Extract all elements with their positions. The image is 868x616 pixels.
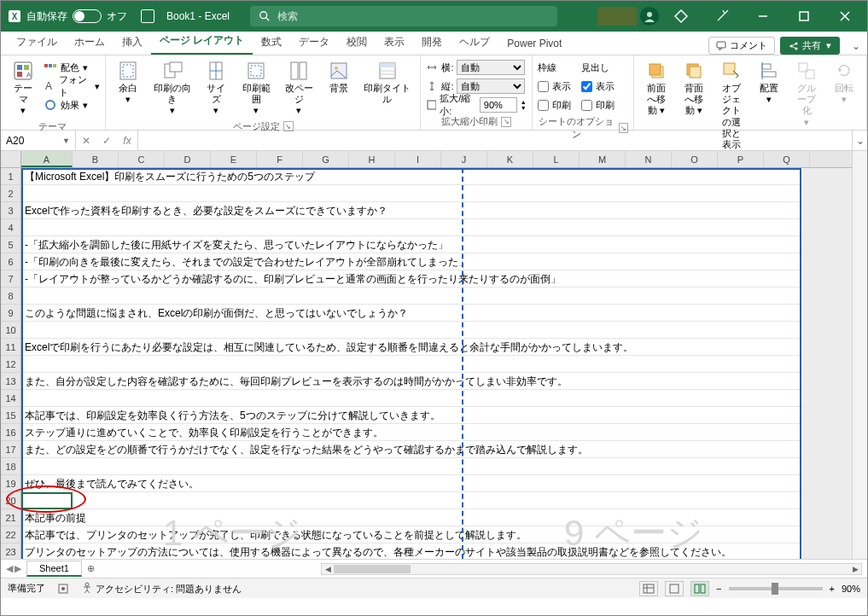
print-titles-button[interactable]: 印刷タイトル [359, 59, 415, 119]
cell-a17[interactable]: また、どの設定をどの順番で行うかだけでなく、設定を行なった結果をどうやって確認す… [21, 441, 852, 458]
col-header-O[interactable]: O [672, 151, 718, 167]
cell-a2[interactable] [21, 185, 852, 202]
fx-button[interactable]: fx [117, 131, 137, 150]
col-header-L[interactable]: L [533, 151, 580, 167]
zoom-out-button[interactable]: − [716, 584, 721, 594]
bring-forward-button[interactable]: 前面へ移動 ▾ [639, 59, 673, 152]
tab-view[interactable]: 表示 [376, 30, 413, 55]
col-header-N[interactable]: N [626, 151, 672, 167]
row-header-12[interactable]: 12 [1, 356, 21, 373]
row-header-6[interactable]: 6 [1, 253, 21, 270]
cell-a6[interactable]: -「印刷の向きを最後に変えたら、それまでの設定で合わせたレイアウトが全部崩れてし… [21, 253, 852, 270]
cell-a9[interactable]: このような問題に悩まされ、Excelの印刷が面倒だ、と思ってはいないでしょうか？ [21, 305, 852, 322]
tab-developer[interactable]: 開発 [413, 30, 451, 55]
cell-a13[interactable]: また、自分が設定した内容を確認するために、毎回印刷プレビューを表示するのは時間が… [21, 373, 852, 390]
sheet-options-dialog[interactable]: ↘ [619, 123, 628, 133]
horizontal-scrollbar[interactable]: ◀▶ [321, 563, 862, 575]
col-header-J[interactable]: J [441, 151, 487, 167]
tab-file[interactable]: ファイル [8, 30, 66, 55]
cancel-formula[interactable]: ✕ [76, 131, 96, 150]
cell-a18[interactable] [21, 458, 852, 475]
headings-view-check[interactable] [581, 81, 592, 92]
add-sheet-button[interactable]: ⊕ [82, 563, 101, 574]
tab-insert[interactable]: 挿入 [114, 30, 151, 55]
row-header-14[interactable]: 14 [1, 390, 21, 407]
cell-a7[interactable]: -「レイアウトが整っているかどうか確認するのに、印刷プレビューと通常の画面とを行… [21, 270, 852, 288]
fonts-button[interactable]: Aフォント ▾ [44, 78, 100, 95]
sheet-nav-prev[interactable]: ◀ [6, 563, 13, 574]
diamond-icon[interactable] [662, 4, 700, 28]
minimize-button[interactable] [744, 4, 782, 28]
row-header-18[interactable]: 18 [1, 458, 21, 475]
row-header-10[interactable]: 10 [1, 322, 21, 339]
row-header-17[interactable]: 17 [1, 441, 21, 458]
row-header-23[interactable]: 23 [1, 543, 21, 559]
cell-a23[interactable]: プリンタのセットアップの方法については、使用する機器によって異なるので、各種メー… [21, 543, 852, 559]
formula-expand[interactable]: ⌄ [852, 131, 867, 150]
cell-a15[interactable]: 本記事では、印刷設定を効率良く行う方法を、5つのステップに分けて解説していきます… [21, 407, 852, 424]
margins-button[interactable]: 余白▾ [111, 59, 145, 119]
cell-a3[interactable]: Excelで作った資料を印刷するとき、必要な設定をスムーズにできていますか？ [21, 202, 852, 219]
ribbon-collapse[interactable]: ⌄ [852, 40, 860, 52]
col-header-P[interactable]: P [718, 151, 764, 167]
zoom-slider[interactable] [729, 587, 823, 590]
cell-a11[interactable]: Excelで印刷を行うにあたり必要な設定は、相互に関連しているため、設定する順番… [21, 339, 852, 356]
zoom-level[interactable]: 90% [842, 584, 860, 594]
cell-a21[interactable]: 本記事の前提 [21, 509, 852, 526]
scale-dialog[interactable]: ↘ [501, 117, 511, 127]
orientation-button[interactable]: 印刷の向き▾ [149, 59, 196, 119]
cell-a12[interactable] [21, 356, 852, 373]
row-header-15[interactable]: 15 [1, 407, 21, 424]
width-select[interactable]: 自動 [457, 60, 525, 75]
gridlines-print-check[interactable] [538, 100, 549, 111]
col-header-M[interactable]: M [580, 151, 626, 167]
row-header-16[interactable]: 16 [1, 424, 21, 441]
col-header-F[interactable]: F [257, 151, 303, 167]
col-header-A[interactable]: A [21, 151, 73, 167]
row-header-13[interactable]: 13 [1, 373, 21, 390]
send-backward-button[interactable]: 背面へ移動 ▾ [677, 59, 711, 152]
row-header-4[interactable]: 4 [1, 219, 21, 236]
tab-formulas[interactable]: 数式 [253, 30, 290, 55]
background-button[interactable]: 背景 [322, 59, 356, 119]
col-header-D[interactable]: D [165, 151, 211, 167]
sparkle-icon[interactable] [703, 4, 741, 28]
cell-a1[interactable]: 【Microsoft Excel】印刷をスムーズに行うための5つのステップ [21, 168, 852, 185]
comments-button[interactable]: コメント [708, 37, 775, 55]
tab-home[interactable]: ホーム [66, 30, 114, 55]
autosave-toggle[interactable] [73, 9, 102, 23]
name-box[interactable]: A20▼ [1, 131, 76, 150]
user-avatar[interactable] [640, 7, 659, 26]
col-header-H[interactable]: H [349, 151, 395, 167]
zoom-up[interactable]: ▲ [521, 99, 527, 105]
cell-a10[interactable] [21, 322, 852, 339]
headings-print-check[interactable] [581, 100, 592, 111]
page-break-view-button[interactable] [690, 581, 709, 596]
tab-page-layout[interactable]: ページ レイアウト [151, 28, 253, 55]
row-header-21[interactable]: 21 [1, 509, 21, 526]
account-badge[interactable] [597, 7, 637, 26]
col-header-K[interactable]: K [487, 151, 533, 167]
sheet-nav-next[interactable]: ▶ [15, 563, 21, 574]
tab-help[interactable]: ヘルプ [451, 30, 498, 55]
normal-view-button[interactable] [639, 581, 658, 596]
page-setup-dialog[interactable]: ↘ [283, 121, 294, 131]
page-layout-view-button[interactable] [665, 581, 684, 596]
macro-record-icon[interactable] [57, 583, 69, 595]
selection-pane-button[interactable]: オブジェクトの選択と表示 [714, 59, 749, 152]
zoom-input[interactable] [480, 97, 517, 113]
tab-power-pivot[interactable]: Power Pivot [498, 32, 570, 55]
close-button[interactable] [826, 4, 864, 28]
tab-data[interactable]: データ [290, 30, 338, 55]
sheet-tab[interactable]: Sheet1 [26, 561, 82, 577]
row-header-1[interactable]: 1 [1, 168, 21, 185]
share-button[interactable]: 共有▾ [780, 37, 840, 55]
breaks-button[interactable]: 改ページ▾ [279, 59, 318, 119]
col-header-B[interactable]: B [73, 151, 119, 167]
cell-a19[interactable]: ぜひ、最後まで読んでみてください。 [21, 475, 852, 492]
row-header-5[interactable]: 5 [1, 236, 21, 253]
row-header-11[interactable]: 11 [1, 339, 21, 356]
accessibility-status[interactable]: アクセシビリティ: 問題ありません [81, 582, 242, 596]
cell-a20[interactable] [21, 492, 852, 509]
search-box[interactable]: 検索 [250, 6, 557, 26]
